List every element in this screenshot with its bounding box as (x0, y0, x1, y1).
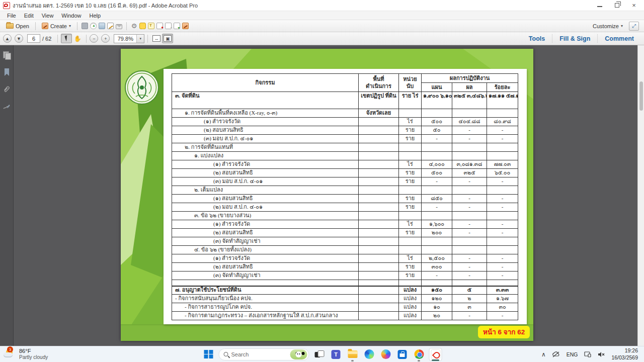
volume-muted-icon[interactable] (598, 351, 605, 357)
cell-percent: - (487, 177, 518, 186)
cell-result (452, 186, 487, 195)
page-number-input[interactable]: 6 (27, 34, 40, 43)
cell-percent: ๗๗.๐๓ (487, 160, 518, 169)
menu-view[interactable]: View (38, 13, 58, 19)
hand-tool-button[interactable]: ✋ (72, 34, 83, 43)
cell-plan: ๕๐๐ (422, 169, 452, 177)
cell-area (359, 212, 399, 220)
table-row: (๓) มอบ ส.ป.ก. ๔-๐๑ราย--- (172, 135, 518, 143)
print-button[interactable] (98, 22, 106, 30)
cell-label: ๓. จัดที่ดิน (172, 92, 359, 109)
col-plan: แผน (422, 83, 452, 92)
select-tool-button[interactable] (61, 34, 72, 43)
cell-area (359, 118, 399, 126)
menu-file[interactable]: File (3, 13, 20, 19)
upload-button[interactable] (89, 22, 98, 30)
cell-label: (๓) จัดทำสัญญาเช่า (172, 272, 359, 280)
menu-window[interactable]: Window (57, 13, 85, 19)
menu-edit[interactable]: Edit (20, 13, 38, 19)
taskbar-store[interactable] (396, 348, 409, 361)
cell-unit: ไร่ (399, 254, 422, 263)
taskbar-teams[interactable] (330, 348, 343, 361)
save-button[interactable] (80, 22, 89, 30)
task-view-button[interactable] (313, 348, 326, 361)
taskbar-file-explorer[interactable] (346, 348, 359, 361)
weather-temp: 86°F (19, 348, 48, 354)
cell-result: ๔๐๔.๘๘ (452, 118, 487, 126)
pdf-remove-button[interactable] (155, 22, 164, 30)
create-button[interactable]: Create ▾ (39, 22, 74, 30)
clock[interactable]: 19:26 16/03/2569 (611, 347, 638, 360)
cell-result: - (452, 312, 487, 320)
customize-button[interactable]: Customize (593, 23, 619, 29)
fit-page-button[interactable] (162, 34, 173, 43)
edit-document-button[interactable] (181, 22, 190, 30)
settings-button[interactable]: ⚙ (130, 22, 138, 30)
signatures-icon[interactable] (3, 103, 11, 111)
table-body: ๓. จัดที่ดินเขตปฏิรูป ที่ดินราย ไร่๑,๙๐๐… (172, 92, 518, 320)
tools-panel-button[interactable]: Tools (522, 34, 552, 43)
open-button[interactable]: Open (3, 22, 32, 30)
fit-width-icon (152, 35, 160, 42)
cell-area (359, 203, 399, 212)
cell-area (359, 152, 399, 160)
fit-width-button[interactable] (151, 34, 162, 43)
taskbar-edge[interactable] (363, 348, 376, 361)
cell-unit (399, 246, 422, 254)
pdf-attach-button[interactable] (164, 22, 173, 30)
search-input[interactable]: Search (219, 348, 309, 360)
taskbar-copilot[interactable] (379, 348, 392, 361)
cast-screen-icon[interactable] (584, 351, 591, 357)
table-row: ๑. แบ่งแปลง (172, 152, 518, 160)
pdf-export-button[interactable] (173, 22, 181, 30)
chevron-down-icon[interactable]: ▾ (136, 35, 144, 43)
previous-page-button[interactable]: ▲ (3, 34, 12, 43)
fill-sign-tool-button[interactable] (147, 22, 155, 30)
onedrive-paused-icon[interactable] (552, 351, 560, 357)
language-indicator[interactable]: ENG (567, 351, 578, 357)
zoom-out-button[interactable]: − (90, 34, 98, 43)
minimize-icon[interactable] (597, 3, 603, 9)
sign-button[interactable] (106, 22, 115, 30)
close-icon[interactable]: × (631, 3, 637, 9)
tray-expand-icon[interactable]: ∧ (541, 351, 546, 358)
next-page-button[interactable]: ▼ (15, 34, 23, 43)
chrome-icon (414, 349, 424, 359)
zoom-in-button[interactable]: + (101, 34, 110, 43)
cell-plan: - (422, 272, 452, 280)
vertical-scrollbar[interactable] (637, 45, 644, 346)
cell-result: - (452, 254, 487, 263)
zoom-level-control[interactable]: 79.8% ▾ (114, 34, 144, 43)
weather-widget[interactable]: 3 86°F Partly cloudy (0, 348, 116, 360)
cell-unit: ราย (399, 177, 422, 186)
cell-result: ๓๒๕ ๓,๔๘๖.๒๖ (452, 92, 487, 109)
cell-label: (๑) สำรวจรังวัด (172, 254, 359, 263)
start-button[interactable] (202, 348, 215, 361)
cell-area (359, 312, 399, 320)
fill-sign-note-icon (148, 23, 154, 29)
scrollbar-thumb[interactable] (639, 81, 643, 111)
search-highlight-image (290, 349, 307, 359)
acrobat-app-icon (3, 2, 10, 9)
cell-area (359, 126, 399, 135)
fill-sign-panel-button[interactable]: Fill & Sign (552, 34, 597, 43)
page-thumbnails-icon[interactable] (3, 51, 11, 59)
chevron-down-icon: ▾ (621, 24, 623, 28)
comment-panel-button[interactable]: Comment (597, 34, 641, 43)
bookmarks-icon[interactable] (3, 68, 11, 76)
menu-help[interactable]: Help (85, 13, 105, 19)
task-view-icon (315, 350, 324, 358)
cell-unit: แปลง (399, 295, 422, 303)
comment-tool-button[interactable] (138, 22, 147, 30)
restore-icon[interactable] (614, 3, 620, 9)
cell-plan: ๒,๕๐๐ (422, 254, 452, 263)
cell-percent: ๓.๓๓ (487, 286, 518, 295)
fullscreen-toggle-icon[interactable]: ⤢ (629, 22, 639, 31)
email-button[interactable] (115, 22, 123, 30)
taskbar-acrobat[interactable] (429, 348, 442, 361)
taskbar-chrome[interactable] (413, 348, 426, 361)
search-icon (224, 352, 228, 356)
cell-area (359, 220, 399, 229)
gear-icon: ⚙ (131, 22, 137, 30)
attachments-icon[interactable] (3, 85, 11, 94)
